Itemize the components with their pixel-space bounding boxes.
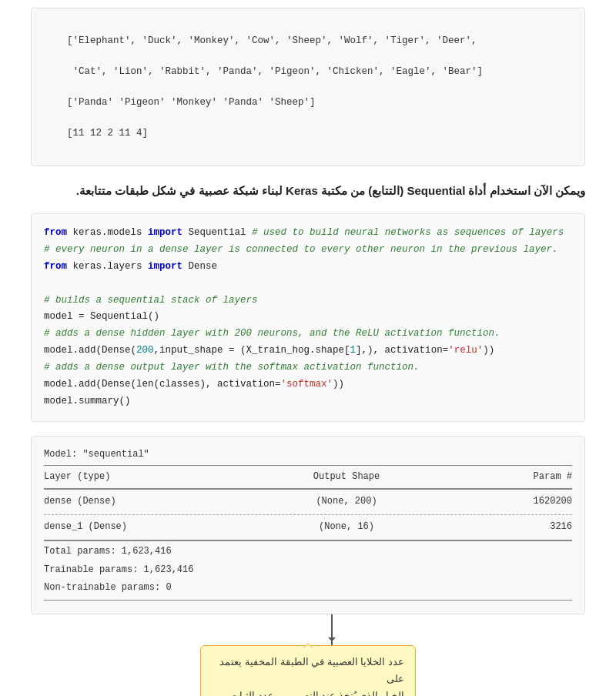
page-container: ['Elephant', 'Duck', 'Monkey', 'Cow', 'S… [0,0,616,696]
str-softmax: 'softmax' [281,379,333,390]
code-line-4: [11 12 2 11 4] [67,128,148,139]
num-1: 1 [350,345,357,356]
keras-code-block: from keras.models import Sequential # us… [31,213,585,422]
model-add-dense-2c: )) [333,379,344,390]
annotation-wrapper: عدد الخلايا العصبية في الطبقة المخفية يع… [31,645,585,696]
row1-param: 1620200 [480,494,572,510]
comment-5: # adds a dense output layer with the sof… [44,362,420,373]
model-sequential: model = Sequential() [44,311,159,322]
annotation-line2: الخيار الذي يُتخذ عند التصميم، وعدد الثب… [230,690,404,696]
row1-shape: (None, 200) [277,494,416,510]
comment-3: # builds a sequential stack of layers [44,295,258,306]
row2-layer: dense_1 (Dense) [44,520,213,535]
header-layer: Layer (type) [44,470,213,485]
len-classes: len(classes) [136,379,206,390]
model-summary-block: Model: "sequential" Layer (type) Output … [31,436,585,615]
kw-from-2: from [44,261,67,272]
kw-import-2: import [148,261,182,272]
comment-2: # every neuron in a dense layer is conne… [44,244,558,255]
model-add-dense-1b: ,input_shape = (X_train_hog.shape[ [154,345,350,356]
code-line-3: ['Panda' 'Pigeon' 'Monkey' 'Panda' 'Shee… [67,97,316,108]
kw-import-1: import [148,227,182,238]
row2-param: 3216 [480,520,572,535]
non-trainable-params: Non-trainable params: 0 [44,579,572,597]
annotation-line1: عدد الخلايا العصبية في الطبقة المخفية يع… [219,656,404,684]
header-param: Param # [480,470,572,485]
comment-4: # adds a dense hidden layer with 200 neu… [44,328,500,339]
model-add-dense-1c: ],), activation= [356,345,448,356]
row1-layer: dense (Dense) [44,494,213,510]
trainable-params: Trainable params: 1,623,416 [44,561,572,580]
code-line-2: 'Cat', 'Lion', 'Rabbit', 'Panda', 'Pigeo… [67,66,483,77]
arabic-intro-text: ويمكن الآن استخدام أداة Sequential (التت… [76,184,585,197]
annotation-bubble: عدد الخلايا العصبية في الطبقة المخفية يع… [200,645,416,696]
str-relu: 'relu' [448,345,483,356]
model-add-dense-1d: )) [483,345,494,356]
code-block-array-output: ['Elephant', 'Duck', 'Monkey', 'Cow', 'S… [31,8,585,166]
code-line-1: ['Elephant', 'Duck', 'Monkey', 'Cow', 'S… [67,35,477,46]
kw-from-1: from [44,227,67,238]
mod-keras-models: keras.models [73,227,149,238]
mod-keras-layers: keras.layers [73,261,149,272]
header-shape: Output Shape [277,470,416,485]
arabic-intro: ويمكن الآن استخدام أداة Sequential (التت… [31,180,585,201]
arrow-line [331,614,333,645]
comment-1: # used to build neural networks as seque… [252,227,564,238]
model-add-dense-1a: model.add(Dense( [44,345,136,356]
model-add-dense-2b: , activation= [206,379,281,390]
model-summary-wrapper: Model: "sequential" Layer (type) Output … [31,436,585,696]
num-200: 200 [136,345,154,356]
cls-dense: Dense [189,261,218,272]
model-add-dense-2a: model.add(Dense( [44,379,136,390]
total-params: Total params: 1,623,416 [44,543,572,561]
cls-sequential: Sequential [189,227,253,238]
model-title: Model: "sequential" [44,447,572,463]
row2-shape: (None, 16) [277,520,416,535]
model-summary-call: model.summary() [44,396,131,407]
